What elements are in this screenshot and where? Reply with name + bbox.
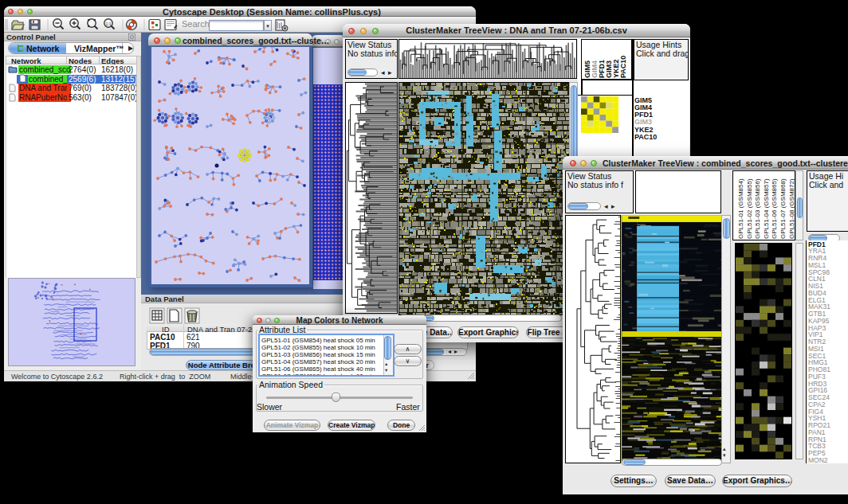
svg-text:Search:: Search:	[182, 19, 212, 29]
svg-text:1:1: 1:1	[106, 21, 112, 26]
